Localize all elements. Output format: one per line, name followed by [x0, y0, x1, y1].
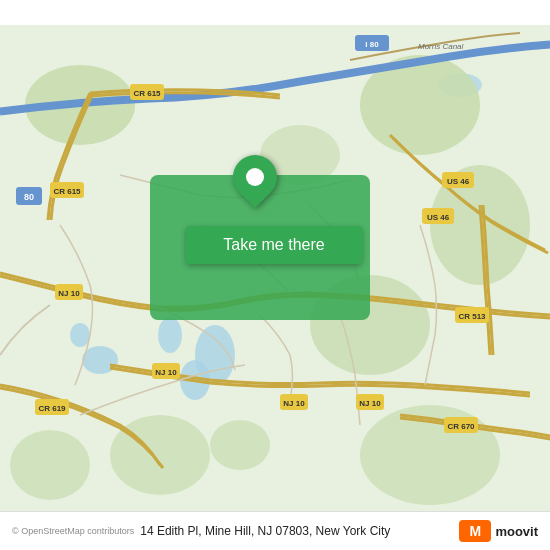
moovit-logo-icon: m moovit — [459, 520, 538, 542]
map-background: 80 I 80 Morris Canal CR 615 CR 615 US 46… — [0, 0, 550, 550]
svg-text:CR 670: CR 670 — [447, 422, 475, 431]
svg-point-5 — [70, 323, 90, 347]
address-label: 14 Edith Pl, Mine Hill, NJ 07803, New Yo… — [140, 524, 459, 538]
bottom-bar: © OpenStreetMap contributors 14 Edith Pl… — [0, 511, 550, 550]
moovit-logo-container: m moovit — [459, 520, 538, 542]
svg-point-13 — [10, 430, 90, 500]
map-container: 80 I 80 Morris Canal CR 615 CR 615 US 46… — [0, 0, 550, 550]
svg-text:I 80: I 80 — [365, 40, 379, 49]
location-pin — [233, 155, 277, 199]
moovit-wordmark: moovit — [495, 524, 538, 539]
svg-text:NJ 10: NJ 10 — [58, 289, 80, 298]
svg-text:NJ 10: NJ 10 — [155, 368, 177, 377]
svg-text:Morris Canal: Morris Canal — [418, 42, 464, 51]
svg-point-3 — [158, 317, 182, 353]
take-me-there-button[interactable]: Take me there — [186, 226, 362, 264]
moovit-m-icon: m — [459, 520, 491, 542]
svg-text:CR 615: CR 615 — [133, 89, 161, 98]
pin-shape — [224, 146, 286, 208]
svg-text:US 46: US 46 — [447, 177, 470, 186]
svg-text:CR 615: CR 615 — [53, 187, 81, 196]
svg-point-15 — [210, 420, 270, 470]
bottom-bar-left: © OpenStreetMap contributors — [12, 526, 140, 536]
svg-text:CR 513: CR 513 — [458, 312, 486, 321]
svg-text:NJ 10: NJ 10 — [283, 399, 305, 408]
pin-dot — [246, 168, 264, 186]
svg-text:CR 619: CR 619 — [38, 404, 66, 413]
svg-text:80: 80 — [24, 192, 34, 202]
osm-credit: © OpenStreetMap contributors — [12, 526, 134, 536]
svg-text:NJ 10: NJ 10 — [359, 399, 381, 408]
svg-text:US 46: US 46 — [427, 213, 450, 222]
